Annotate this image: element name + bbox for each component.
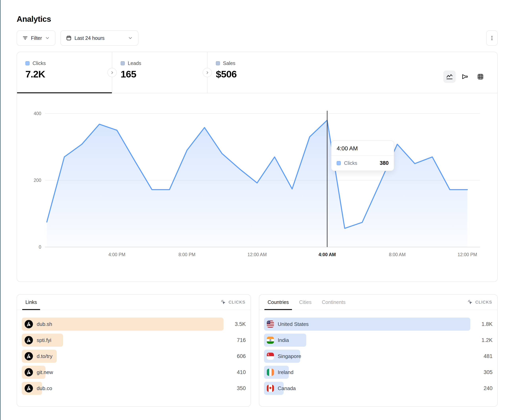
table-row[interactable]: Canada240 bbox=[264, 382, 493, 395]
links-metric-label: CLICKS bbox=[229, 300, 245, 304]
tab-cities[interactable]: Cities bbox=[298, 295, 312, 310]
svg-text:400: 400 bbox=[34, 111, 41, 116]
row-label: dub.co bbox=[37, 385, 52, 391]
leads-value: 165 bbox=[121, 69, 207, 80]
clicks-value: 7.2K bbox=[25, 69, 112, 80]
sales-value: $506 bbox=[216, 69, 237, 80]
breakdown-panels: Links CLICKS dub.sh3.5K spti.fyi716 d.to… bbox=[17, 294, 498, 407]
link-favicon-icon bbox=[25, 384, 33, 392]
date-range-label: Last 24 hours bbox=[75, 35, 105, 41]
cursor-click-icon bbox=[467, 299, 473, 305]
sales-label: Sales bbox=[223, 60, 235, 66]
table-row[interactable]: India1.2K bbox=[264, 334, 493, 347]
table-row[interactable]: git.new410 bbox=[22, 366, 246, 379]
svg-text:12:00 AM: 12:00 AM bbox=[247, 252, 267, 257]
kebab-menu-icon bbox=[489, 35, 495, 41]
tab-links[interactable]: Links bbox=[25, 295, 38, 310]
row-clicks-value: 410 bbox=[224, 369, 246, 376]
tooltip-time: 4:00 AM bbox=[331, 141, 394, 155]
chevron-down-icon bbox=[128, 36, 133, 41]
ca-flag-icon bbox=[267, 385, 274, 392]
svg-text:4:00 PM: 4:00 PM bbox=[109, 252, 126, 257]
filter-label: Filter bbox=[31, 35, 42, 41]
sg-flag-icon bbox=[267, 353, 274, 360]
svg-text:200: 200 bbox=[34, 178, 41, 183]
table-row[interactable]: spti.fyi716 bbox=[22, 334, 246, 347]
row-clicks-value: 606 bbox=[224, 353, 246, 359]
calendar-icon bbox=[66, 35, 72, 41]
line-chart-icon bbox=[446, 73, 453, 80]
table-row[interactable]: dub.co350 bbox=[22, 382, 246, 395]
row-clicks-value: 481 bbox=[470, 353, 493, 359]
clicks-area-chart[interactable]: 02004004:00 PM8:00 PM12:00 AM4:00 AM8:00… bbox=[17, 93, 497, 282]
table-row[interactable]: Singapore481 bbox=[264, 350, 493, 363]
link-favicon-icon bbox=[25, 336, 33, 344]
toolbar: Filter Last 24 hours bbox=[17, 30, 498, 46]
row-label: spti.fyi bbox=[37, 337, 51, 343]
row-label: India bbox=[278, 337, 289, 343]
table-row[interactable]: dub.sh3.5K bbox=[22, 318, 246, 331]
row-clicks-value: 3.5K bbox=[224, 321, 246, 327]
countries-list: United States1.8K India1.2K Singapore481… bbox=[259, 310, 497, 395]
svg-text:4:00 AM: 4:00 AM bbox=[319, 252, 336, 257]
analytics-page: Analytics Filter Last 24 hours Clicks 7.… bbox=[17, 0, 498, 407]
link-favicon-icon bbox=[25, 352, 33, 360]
row-label: d.to/try bbox=[37, 353, 52, 359]
chevron-right-icon bbox=[110, 70, 114, 75]
tab-clicks[interactable]: Clicks 7.2K bbox=[17, 52, 112, 93]
analytics-card: Clicks 7.2K Leads 165 bbox=[17, 52, 498, 282]
row-label: Singapore bbox=[278, 353, 301, 359]
tooltip-value: 380 bbox=[380, 160, 388, 166]
countries-metric-selector[interactable]: CLICKS bbox=[467, 299, 492, 305]
tab-sales[interactable]: Sales $506 bbox=[208, 52, 497, 93]
row-clicks-value: 240 bbox=[470, 385, 493, 391]
row-clicks-value: 350 bbox=[224, 385, 246, 391]
cursor-click-icon bbox=[221, 299, 226, 305]
svg-text:12:00 PM: 12:00 PM bbox=[458, 252, 477, 257]
countries-panel: Countries Cities Continents CLICKS U bbox=[259, 294, 498, 407]
us-flag-icon bbox=[267, 320, 274, 328]
leads-swatch-icon bbox=[121, 61, 125, 65]
row-label: dub.sh bbox=[37, 321, 52, 327]
more-options-button[interactable] bbox=[486, 30, 498, 46]
svg-text:0: 0 bbox=[39, 245, 41, 250]
tooltip-series-label: Clicks bbox=[344, 160, 357, 166]
chart-tooltip: 4:00 AM Clicks 380 bbox=[331, 140, 394, 171]
clicks-swatch-icon bbox=[25, 61, 30, 65]
links-list: dub.sh3.5K spti.fyi716 d.to/try606 git.n… bbox=[17, 310, 251, 395]
row-clicks-value: 716 bbox=[224, 337, 246, 343]
chart-type-line-button[interactable] bbox=[443, 71, 456, 83]
chevron-down-icon bbox=[45, 36, 50, 41]
table-row[interactable]: United States1.8K bbox=[264, 318, 493, 331]
tab-countries[interactable]: Countries bbox=[267, 295, 290, 310]
window-edge-strip bbox=[0, 0, 0, 420]
row-label: United States bbox=[278, 321, 309, 327]
row-clicks-value: 1.2K bbox=[470, 337, 493, 343]
page-title: Analytics bbox=[17, 15, 498, 24]
chart-type-switcher bbox=[443, 60, 497, 93]
tab-continents[interactable]: Continents bbox=[321, 295, 347, 310]
chart-type-table-button[interactable] bbox=[474, 71, 486, 83]
row-label: Canada bbox=[278, 385, 296, 391]
countries-metric-label: CLICKS bbox=[475, 300, 492, 304]
row-clicks-value: 305 bbox=[470, 369, 493, 376]
link-favicon-icon bbox=[25, 320, 33, 328]
grid-icon bbox=[477, 73, 484, 80]
links-metric-selector[interactable]: CLICKS bbox=[221, 299, 245, 305]
table-row[interactable]: d.to/try606 bbox=[22, 350, 246, 363]
clicks-label: Clicks bbox=[32, 60, 46, 66]
sales-swatch-icon bbox=[216, 61, 220, 65]
links-panel: Links CLICKS dub.sh3.5K spti.fyi716 d.to… bbox=[17, 294, 251, 407]
tooltip-swatch-icon bbox=[337, 161, 341, 165]
filter-button[interactable]: Filter bbox=[17, 30, 56, 46]
tab-leads[interactable]: Leads 165 bbox=[112, 52, 207, 93]
in-flag-icon bbox=[267, 337, 274, 344]
row-clicks-value: 1.8K bbox=[470, 321, 493, 327]
stats-tabs-row: Clicks 7.2K Leads 165 bbox=[17, 52, 497, 93]
date-range-button[interactable]: Last 24 hours bbox=[60, 30, 138, 46]
leads-label: Leads bbox=[128, 60, 141, 66]
table-row[interactable]: Ireland305 bbox=[264, 366, 493, 379]
expand-sales-button[interactable] bbox=[203, 68, 212, 77]
expand-leads-button[interactable] bbox=[107, 68, 117, 77]
chart-type-funnel-button[interactable] bbox=[459, 71, 471, 83]
